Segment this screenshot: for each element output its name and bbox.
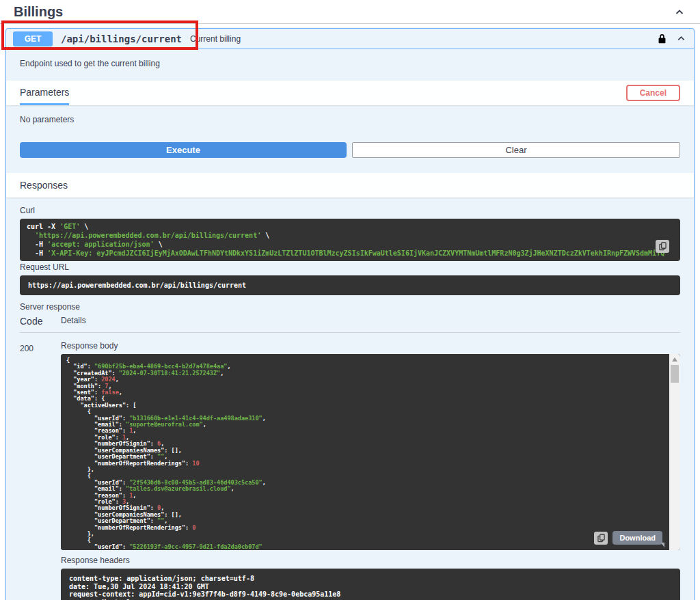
opblock-collapse-chevron-up-icon[interactable]: [676, 33, 687, 44]
response-row-200: 200 Response body { "id": "690bf25b-eba4…: [20, 337, 680, 600]
page-title: Billings: [14, 4, 63, 20]
response-body-panel: { "id": "690bf25b-eba4-4869-bcc4-b2d7a47…: [61, 354, 680, 550]
copy-response-icon[interactable]: [594, 532, 608, 545]
no-parameters-text: No parameters: [6, 105, 694, 142]
response-headers-label: Response headers: [61, 556, 680, 565]
curl-command: curl -X 'GET' \ 'https://api.powerembedd…: [20, 219, 680, 261]
responses-body: Curl curl -X 'GET' \ 'https://api.powere…: [6, 197, 694, 600]
execute-button[interactable]: Execute: [20, 142, 347, 158]
clear-button[interactable]: Clear: [352, 142, 680, 158]
request-url-label: Request URL: [20, 262, 680, 272]
status-code: 200: [20, 337, 61, 600]
endpoint-summary: Current billing: [190, 34, 241, 44]
execute-row: Execute Clear: [6, 142, 694, 173]
response-body-code: { "id": "690bf25b-eba4-4869-bcc4-b2d7a47…: [61, 354, 669, 550]
endpoint-description: Endpoint used to get the current billing: [6, 49, 694, 81]
opblock-get-billings-current: GET /api/billings/current Current billin…: [5, 28, 695, 600]
server-response-label: Server response: [20, 302, 680, 312]
scrollbar-up-arrow-icon[interactable]: [672, 357, 677, 362]
tab-parameters[interactable]: Parameters: [20, 81, 69, 105]
curl-label: Curl: [20, 206, 680, 215]
tag-header: Billings: [0, 0, 700, 24]
response-body-scrollbar[interactable]: [669, 354, 680, 550]
responses-section-header: Responses: [6, 173, 694, 197]
cancel-button[interactable]: Cancel: [626, 85, 680, 101]
endpoint-path: /api/billings/current: [61, 33, 182, 44]
response-table-header: Code Details: [20, 316, 680, 327]
code-column-header: Code: [20, 316, 61, 327]
response-table-divider: [20, 332, 680, 333]
swagger-page: Billings GET /api/billings/current Curre…: [0, 0, 700, 600]
method-badge: GET: [13, 31, 53, 46]
lock-icon[interactable]: [658, 33, 667, 44]
opblock-header[interactable]: GET /api/billings/current Current billin…: [6, 29, 694, 49]
responses-title: Responses: [20, 180, 68, 191]
details-column-header: Details: [61, 316, 86, 327]
copy-curl-icon[interactable]: [656, 240, 669, 253]
scrollbar-thumb[interactable]: [671, 365, 679, 383]
tag-collapse-chevron-up-icon[interactable]: [674, 7, 685, 18]
response-body-label: Response body: [61, 341, 680, 351]
request-url-value: https://api.powerembedded.com.br/api/bil…: [20, 275, 680, 295]
parameters-section-header: Parameters Cancel: [6, 81, 694, 105]
response-headers-code: content-type: application/json; charset=…: [61, 569, 680, 600]
download-button[interactable]: Download: [612, 531, 662, 545]
